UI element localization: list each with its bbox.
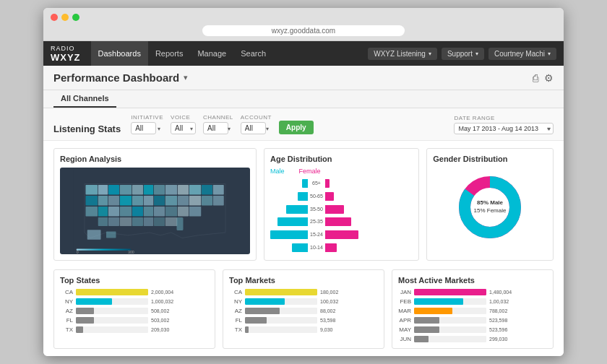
- channel-select-wrap: All: [203, 122, 233, 134]
- main-content: Region Analysis: [43, 141, 564, 356]
- dash-icons: ⎙ ⚙: [533, 72, 554, 84]
- state-label: CA: [60, 289, 73, 295]
- bar-container: [245, 308, 317, 314]
- state-label: TX: [229, 326, 242, 333]
- svg-rect-26: [98, 207, 108, 217]
- list-item: TX 209,030: [60, 326, 209, 333]
- svg-rect-23: [202, 196, 212, 206]
- address-bar[interactable]: wxyz.gooddata.com: [202, 25, 405, 36]
- nav-item-manage[interactable]: Manage: [190, 41, 233, 66]
- svg-rect-15: [108, 196, 119, 206]
- settings-icon[interactable]: ⚙: [544, 72, 554, 84]
- svg-rect-43: [87, 230, 101, 240]
- svg-rect-32: [165, 207, 178, 217]
- nav-item-dashboards[interactable]: Dashboards: [91, 41, 148, 66]
- tab-all-channels[interactable]: All Channels: [53, 90, 116, 108]
- nav-logo-line2: RADIO: [51, 45, 81, 52]
- nav-item-search[interactable]: Search: [233, 41, 273, 66]
- dot-maximize[interactable]: [72, 14, 79, 21]
- date-range-button[interactable]: May 17 2013 - Aug 14 2013: [454, 123, 554, 134]
- filter-voice: VOICE All: [171, 114, 196, 134]
- svg-rect-21: [178, 196, 189, 206]
- support-dropdown[interactable]: Support: [442, 48, 484, 60]
- svg-rect-12: [213, 185, 224, 195]
- date-label: DATE RANGE: [454, 115, 554, 121]
- map-area: 0 300: [60, 168, 250, 254]
- initiative-select[interactable]: All: [131, 122, 156, 134]
- channel-select[interactable]: All: [203, 122, 228, 134]
- print-icon[interactable]: ⎙: [533, 72, 538, 84]
- bar-fill: [76, 317, 94, 324]
- list-item: JUN 299,030: [398, 336, 547, 342]
- apply-button[interactable]: Apply: [279, 121, 314, 134]
- female-bar-35-50: [325, 205, 344, 214]
- list-item: MAY 523,596: [398, 326, 547, 333]
- nav-item-reports[interactable]: Reports: [148, 41, 191, 66]
- bar-container: [414, 317, 486, 324]
- list-item: CA 2,000,004: [60, 289, 209, 295]
- bar-fill: [414, 289, 486, 295]
- state-label: AZ: [60, 308, 73, 314]
- filter-channel: CHANNEL All: [203, 114, 233, 134]
- bar-fill: [245, 298, 285, 305]
- dot-minimize[interactable]: [61, 14, 69, 21]
- svg-rect-4: [120, 185, 132, 195]
- bar-fill: [414, 317, 439, 324]
- bar-value: 523,596: [489, 327, 507, 332]
- stats-label: Listening Stats: [53, 124, 121, 134]
- top-states-chart: Top States CA 2,000,004 NY 1,000,032 AZ: [53, 269, 215, 349]
- age-35-50: 35-50: [310, 205, 323, 214]
- bar-container: [245, 317, 317, 324]
- voice-select[interactable]: All: [171, 122, 196, 134]
- age-distribution-chart: Age Distribution Male Female: [264, 148, 419, 261]
- bar-container: [414, 336, 486, 342]
- svg-rect-27: [108, 207, 119, 217]
- svg-rect-1: [85, 185, 98, 195]
- bar-value: 1,000,032: [151, 299, 173, 304]
- list-item: AZ 88,002: [229, 308, 378, 314]
- bar-container: [76, 308, 148, 314]
- state-label: NY: [60, 298, 73, 305]
- state-label: CA: [229, 289, 242, 295]
- browser-frame: wxyz.gooddata.com RADIO WXYZ Dashboards …: [43, 8, 564, 356]
- region-analysis-chart: Region Analysis: [53, 148, 257, 261]
- title-caret[interactable]: ▾: [184, 73, 188, 82]
- age-25-35: 25-35: [310, 217, 323, 226]
- top-charts-row: Region Analysis: [53, 148, 554, 261]
- male-bar-65plus: [302, 179, 308, 188]
- female-label: Female: [299, 168, 321, 175]
- svg-rect-38: [132, 217, 143, 226]
- bar-container: [414, 326, 486, 333]
- workspace-dropdown[interactable]: WXYZ Listening: [368, 48, 437, 60]
- bar-fill: [414, 308, 452, 314]
- bar-container: [76, 326, 148, 333]
- us-map-svg: 0 300: [60, 168, 250, 254]
- svg-rect-29: [132, 207, 143, 217]
- voice-label: VOICE: [171, 114, 196, 121]
- bar-value: 88,002: [320, 308, 335, 313]
- svg-rect-37: [120, 217, 132, 226]
- list-item: TX 9,030: [229, 326, 378, 333]
- bar-fill: [414, 326, 439, 333]
- list-item: MAR 788,002: [398, 308, 547, 314]
- account-select[interactable]: All: [241, 122, 266, 134]
- age-15-24: 15-24: [310, 230, 323, 239]
- bar-fill: [245, 317, 267, 324]
- age-distribution-title: Age Distribution: [270, 155, 413, 163]
- gender-distribution-title: Gender Distribution: [433, 155, 547, 163]
- month-label: FEB: [398, 298, 411, 305]
- account-select-wrap: All: [241, 122, 272, 134]
- bar-container: [76, 298, 148, 305]
- list-item: JAN 1,480,004: [398, 289, 547, 295]
- user-dropdown[interactable]: Courtney Machi: [488, 48, 556, 60]
- svg-rect-14: [98, 196, 108, 206]
- male-bar-10-14: [292, 243, 308, 252]
- svg-rect-39: [144, 217, 154, 226]
- svg-rect-13: [85, 196, 98, 206]
- bar-container: [414, 289, 486, 295]
- nav-right: WXYZ Listening Support Courtney Machi: [368, 48, 556, 60]
- most-active-list: JAN 1,480,004 FEB 1,00,032 MAR 788,002: [398, 289, 547, 342]
- svg-rect-19: [154, 196, 165, 206]
- dot-close[interactable]: [51, 14, 58, 21]
- svg-rect-3: [108, 185, 119, 195]
